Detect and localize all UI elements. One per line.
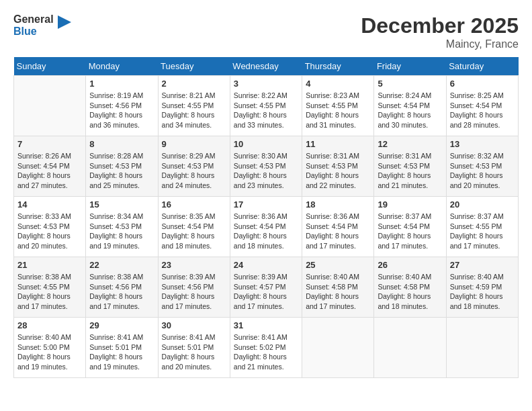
location-title: Maincy, France — [361, 38, 519, 50]
header: General Blue December 2025 Maincy, Franc… — [13, 13, 519, 50]
day-number: 29 — [89, 320, 154, 330]
day-info: Sunrise: 8:34 AM Sunset: 4:53 PM Dayligh… — [89, 212, 154, 251]
calendar-cell: 1Sunrise: 8:19 AM Sunset: 4:56 PM Daylig… — [86, 76, 158, 136]
calendar-cell — [14, 76, 86, 136]
calendar-cell: 14Sunrise: 8:33 AM Sunset: 4:53 PM Dayli… — [14, 197, 86, 257]
day-info: Sunrise: 8:37 AM Sunset: 4:55 PM Dayligh… — [450, 212, 515, 251]
calendar-cell: 3Sunrise: 8:22 AM Sunset: 4:55 PM Daylig… — [230, 76, 302, 136]
calendar-cell: 29Sunrise: 8:41 AM Sunset: 5:01 PM Dayli… — [86, 318, 158, 378]
calendar-cell: 5Sunrise: 8:24 AM Sunset: 4:54 PM Daylig… — [374, 76, 446, 136]
calendar-week-2: 7Sunrise: 8:26 AM Sunset: 4:54 PM Daylig… — [14, 136, 519, 197]
calendar-cell: 2Sunrise: 8:21 AM Sunset: 4:55 PM Daylig… — [158, 76, 230, 136]
day-info: Sunrise: 8:39 AM Sunset: 4:57 PM Dayligh… — [234, 272, 298, 312]
calendar-cell: 9Sunrise: 8:29 AM Sunset: 4:53 PM Daylig… — [158, 136, 230, 197]
day-number: 4 — [306, 79, 370, 89]
day-info: Sunrise: 8:40 AM Sunset: 4:58 PM Dayligh… — [378, 272, 442, 312]
weekday-header-monday: Monday — [86, 57, 158, 76]
calendar-cell — [374, 318, 446, 378]
day-info: Sunrise: 8:31 AM Sunset: 4:53 PM Dayligh… — [306, 151, 370, 191]
day-number: 10 — [234, 139, 298, 149]
calendar-cell: 16Sunrise: 8:35 AM Sunset: 4:54 PM Dayli… — [158, 197, 230, 257]
day-info: Sunrise: 8:35 AM Sunset: 4:54 PM Dayligh… — [162, 212, 226, 251]
calendar-cell: 21Sunrise: 8:38 AM Sunset: 4:55 PM Dayli… — [14, 257, 86, 318]
day-number: 7 — [17, 139, 82, 149]
day-info: Sunrise: 8:36 AM Sunset: 4:54 PM Dayligh… — [234, 212, 298, 251]
day-info: Sunrise: 8:41 AM Sunset: 5:01 PM Dayligh… — [162, 332, 226, 372]
calendar-cell: 6Sunrise: 8:25 AM Sunset: 4:54 PM Daylig… — [446, 76, 518, 136]
weekday-header-thursday: Thursday — [302, 57, 374, 76]
weekday-header-sunday: Sunday — [14, 57, 86, 76]
calendar-week-3: 14Sunrise: 8:33 AM Sunset: 4:53 PM Dayli… — [14, 197, 519, 257]
calendar-cell: 8Sunrise: 8:28 AM Sunset: 4:53 PM Daylig… — [86, 136, 158, 197]
day-info: Sunrise: 8:38 AM Sunset: 4:56 PM Dayligh… — [89, 272, 154, 312]
svg-marker-0 — [58, 15, 71, 29]
day-info: Sunrise: 8:22 AM Sunset: 4:55 PM Dayligh… — [234, 91, 298, 130]
day-number: 2 — [162, 79, 226, 89]
calendar-cell: 10Sunrise: 8:30 AM Sunset: 4:53 PM Dayli… — [230, 136, 302, 197]
day-number: 6 — [450, 79, 515, 89]
calendar-cell: 17Sunrise: 8:36 AM Sunset: 4:54 PM Dayli… — [230, 197, 302, 257]
day-number: 24 — [234, 260, 298, 270]
calendar-cell: 25Sunrise: 8:40 AM Sunset: 4:58 PM Dayli… — [302, 257, 374, 318]
title-area: December 2025 Maincy, France — [361, 13, 519, 50]
day-number: 28 — [17, 320, 82, 330]
calendar-cell — [302, 318, 374, 378]
day-number: 3 — [234, 79, 298, 89]
month-title: December 2025 — [361, 13, 519, 38]
day-number: 31 — [234, 320, 298, 330]
day-number: 13 — [450, 139, 515, 149]
day-number: 20 — [450, 199, 515, 210]
day-number: 17 — [234, 199, 298, 210]
calendar-cell: 12Sunrise: 8:31 AM Sunset: 4:53 PM Dayli… — [374, 136, 446, 197]
calendar-week-1: 1Sunrise: 8:19 AM Sunset: 4:56 PM Daylig… — [14, 76, 519, 136]
day-info: Sunrise: 8:24 AM Sunset: 4:54 PM Dayligh… — [378, 91, 442, 130]
day-info: Sunrise: 8:36 AM Sunset: 4:54 PM Dayligh… — [306, 212, 370, 251]
day-info: Sunrise: 8:38 AM Sunset: 4:55 PM Dayligh… — [17, 272, 82, 312]
day-number: 11 — [306, 139, 370, 149]
weekday-header-saturday: Saturday — [446, 57, 518, 76]
day-number: 8 — [89, 139, 154, 149]
calendar-cell — [446, 318, 518, 378]
day-info: Sunrise: 8:28 AM Sunset: 4:53 PM Dayligh… — [89, 151, 154, 191]
day-info: Sunrise: 8:40 AM Sunset: 5:00 PM Dayligh… — [17, 332, 82, 372]
day-info: Sunrise: 8:30 AM Sunset: 4:53 PM Dayligh… — [234, 151, 298, 191]
day-number: 30 — [162, 320, 226, 330]
calendar-cell: 4Sunrise: 8:23 AM Sunset: 4:55 PM Daylig… — [302, 76, 374, 136]
calendar-cell: 7Sunrise: 8:26 AM Sunset: 4:54 PM Daylig… — [14, 136, 86, 197]
day-number: 25 — [306, 260, 370, 270]
day-number: 12 — [378, 139, 442, 149]
day-info: Sunrise: 8:40 AM Sunset: 4:59 PM Dayligh… — [450, 272, 515, 312]
weekday-header-tuesday: Tuesday — [158, 57, 230, 76]
day-info: Sunrise: 8:31 AM Sunset: 4:53 PM Dayligh… — [378, 151, 442, 191]
day-number: 14 — [17, 199, 82, 210]
calendar-cell: 13Sunrise: 8:32 AM Sunset: 4:53 PM Dayli… — [446, 136, 518, 197]
calendar-week-5: 28Sunrise: 8:40 AM Sunset: 5:00 PM Dayli… — [14, 318, 519, 378]
day-number: 21 — [17, 260, 82, 270]
calendar-cell: 28Sunrise: 8:40 AM Sunset: 5:00 PM Dayli… — [14, 318, 86, 378]
day-number: 5 — [378, 79, 442, 89]
calendar-cell: 30Sunrise: 8:41 AM Sunset: 5:01 PM Dayli… — [158, 318, 230, 378]
day-number: 19 — [378, 199, 442, 210]
day-info: Sunrise: 8:41 AM Sunset: 5:01 PM Dayligh… — [89, 332, 154, 372]
day-info: Sunrise: 8:41 AM Sunset: 5:02 PM Dayligh… — [234, 332, 298, 372]
day-info: Sunrise: 8:26 AM Sunset: 4:54 PM Dayligh… — [17, 151, 82, 191]
calendar-cell: 18Sunrise: 8:36 AM Sunset: 4:54 PM Dayli… — [302, 197, 374, 257]
calendar-cell: 20Sunrise: 8:37 AM Sunset: 4:55 PM Dayli… — [446, 197, 518, 257]
calendar-cell: 24Sunrise: 8:39 AM Sunset: 4:57 PM Dayli… — [230, 257, 302, 318]
weekday-header-row: SundayMondayTuesdayWednesdayThursdayFrid… — [14, 57, 519, 76]
day-number: 16 — [162, 199, 226, 210]
day-number: 9 — [162, 139, 226, 149]
day-number: 1 — [89, 79, 154, 89]
day-info: Sunrise: 8:39 AM Sunset: 4:56 PM Dayligh… — [162, 272, 226, 312]
day-info: Sunrise: 8:25 AM Sunset: 4:54 PM Dayligh… — [450, 91, 515, 130]
calendar-cell: 11Sunrise: 8:31 AM Sunset: 4:53 PM Dayli… — [302, 136, 374, 197]
day-number: 15 — [89, 199, 154, 210]
day-info: Sunrise: 8:32 AM Sunset: 4:53 PM Dayligh… — [450, 151, 515, 191]
day-number: 27 — [450, 260, 515, 270]
weekday-header-friday: Friday — [374, 57, 446, 76]
day-info: Sunrise: 8:40 AM Sunset: 4:58 PM Dayligh… — [306, 272, 370, 312]
calendar-week-4: 21Sunrise: 8:38 AM Sunset: 4:55 PM Dayli… — [14, 257, 519, 318]
calendar-table: SundayMondayTuesdayWednesdayThursdayFrid… — [13, 57, 519, 378]
logo: General Blue — [13, 13, 71, 37]
calendar-cell: 22Sunrise: 8:38 AM Sunset: 4:56 PM Dayli… — [86, 257, 158, 318]
